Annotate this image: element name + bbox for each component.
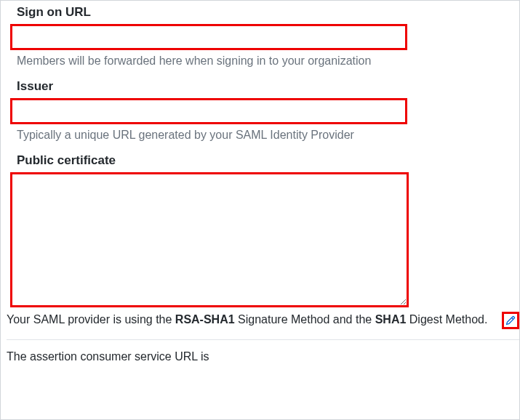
sign-on-url-input[interactable] xyxy=(10,24,407,50)
sign-on-url-label: Sign on URL xyxy=(17,5,513,20)
issuer-group: Issuer Typically a unique URL generated … xyxy=(7,79,513,142)
info-prefix: Your SAML provider is using the xyxy=(7,313,175,326)
info-suffix: Digest Method. xyxy=(406,313,487,326)
public-cert-input-wrap xyxy=(10,172,409,307)
public-cert-group: Public certificate xyxy=(7,153,513,307)
public-cert-input[interactable] xyxy=(12,174,407,305)
sign-on-url-group: Sign on URL Members will be forwarded he… xyxy=(7,5,513,68)
pencil-icon xyxy=(505,315,516,326)
issuer-help: Typically a unique URL generated by your… xyxy=(17,129,513,142)
sign-on-url-help: Members will be forwarded here when sign… xyxy=(17,54,513,68)
acs-url-line: The assertion consumer service URL is xyxy=(7,350,513,363)
edit-method-button[interactable] xyxy=(502,312,519,329)
issuer-input[interactable] xyxy=(10,98,407,124)
signature-method: RSA-SHA1 xyxy=(175,313,235,326)
saml-config-panel: Sign on URL Members will be forwarded he… xyxy=(0,0,520,420)
public-cert-label: Public certificate xyxy=(17,153,513,168)
info-mid: Signature Method and the xyxy=(235,313,375,326)
issuer-label: Issuer xyxy=(17,79,513,94)
digest-method: SHA1 xyxy=(375,313,407,326)
saml-method-info: Your SAML provider is using the RSA-SHA1… xyxy=(7,313,519,340)
